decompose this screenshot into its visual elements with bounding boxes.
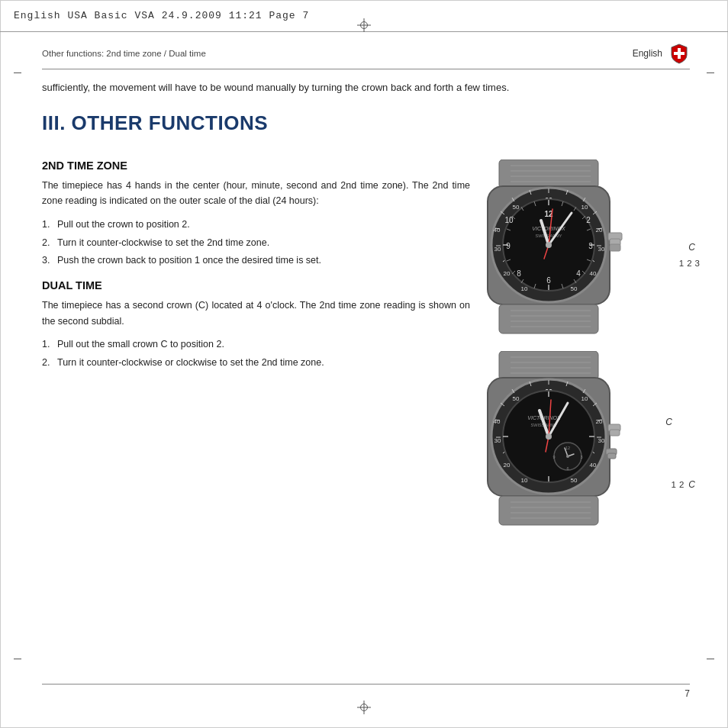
step-text: Turn it counter-clockwise to set the 2nd… <box>57 237 269 248</box>
svg-text:40: 40 <box>494 227 501 234</box>
pos-2-w2: 2 <box>679 480 684 489</box>
step-num: 2. <box>42 355 50 371</box>
language-label: English <box>633 48 662 59</box>
subtitle-2nd-time-zone: 2ND TIME ZONE <box>42 159 470 172</box>
svg-rect-141 <box>607 453 616 459</box>
position-numbers-2: 1 2 C <box>672 479 695 490</box>
svg-rect-142 <box>499 496 598 525</box>
svg-text:10: 10 <box>504 216 514 224</box>
watch-2-svg: 60 50 40 30 20 10 10 20 30 40 50 <box>472 351 633 527</box>
watch-1-svg: 60 50 40 30 20 10 10 20 30 40 50 <box>472 159 633 335</box>
svg-text:SWISS ARMY: SWISS ARMY <box>536 234 562 238</box>
svg-text:8: 8 <box>517 269 521 278</box>
crown-c-label-top: C <box>665 416 672 427</box>
svg-text:6: 6 <box>566 466 569 471</box>
pos-1-w2: 1 <box>672 480 676 489</box>
footer: 7 <box>42 684 690 699</box>
svg-rect-1 <box>674 52 685 55</box>
svg-point-137 <box>546 433 552 440</box>
svg-point-73 <box>546 242 552 248</box>
svg-text:50: 50 <box>571 477 578 484</box>
header-row: Other functions: 2nd time zone / Dual ti… <box>42 43 690 69</box>
svg-text:40: 40 <box>590 270 597 277</box>
svg-text:12: 12 <box>565 446 570 450</box>
top-bar-text: English USA Basic VSA 24.9.2009 11:21 Pa… <box>14 10 309 21</box>
body-dual-time: The timepiece has a second crown (C) loc… <box>42 298 470 329</box>
pos-2: 2 <box>687 259 691 268</box>
svg-text:9: 9 <box>506 242 511 250</box>
crosshair-top <box>357 18 371 32</box>
svg-text:10: 10 <box>521 285 528 292</box>
svg-rect-76 <box>610 244 620 251</box>
header-right: English <box>633 43 690 64</box>
svg-rect-82 <box>499 351 598 380</box>
step-num: 1. <box>42 337 50 353</box>
svg-text:2: 2 <box>586 216 591 224</box>
list-item: 2. Turn it counter-clockwise or clockwis… <box>42 355 470 371</box>
page-number: 7 <box>685 688 690 699</box>
two-column-layout: 2ND TIME ZONE The timepiece has 4 hands … <box>42 152 690 529</box>
svg-text:40: 40 <box>590 462 597 469</box>
side-mark-left-bottom <box>14 659 21 659</box>
svg-text:40: 40 <box>494 418 501 425</box>
pos-c-w2: C <box>688 479 695 490</box>
side-mark-left-top <box>14 72 21 73</box>
svg-text:20: 20 <box>596 227 603 234</box>
svg-text:9: 9 <box>552 455 555 459</box>
step-num: 2. <box>42 235 50 251</box>
svg-point-130 <box>566 455 569 458</box>
svg-text:30: 30 <box>598 246 605 253</box>
side-mark-right-top <box>707 72 714 73</box>
svg-text:30: 30 <box>494 437 501 444</box>
svg-rect-2 <box>499 159 598 188</box>
intro-paragraph: sufficiently, the movement will have to … <box>42 80 690 96</box>
body-2nd-time-zone: The timepiece has 4 hands in the center … <box>42 178 470 209</box>
svg-text:20: 20 <box>596 418 603 425</box>
svg-text:50: 50 <box>571 285 578 292</box>
svg-text:3: 3 <box>580 455 582 459</box>
steps-list-1: 1. Pull out the crown to position 2. 2. … <box>42 217 470 269</box>
step-text: Pull out the small crown C to position 2… <box>57 339 224 350</box>
steps-list-2: 1. Pull out the small crown C to positio… <box>42 337 470 370</box>
list-item: 1. Pull out the small crown C to positio… <box>42 337 470 353</box>
subtitle-dual-time: DUAL TIME <box>42 279 470 292</box>
step-num: 1. <box>42 217 50 233</box>
svg-rect-77 <box>499 304 598 333</box>
svg-text:3: 3 <box>588 242 593 250</box>
watch-2-container: 60 50 40 30 20 10 10 20 30 40 50 <box>472 351 656 529</box>
svg-text:20: 20 <box>504 270 511 277</box>
breadcrumb: Other functions: 2nd time zone / Dual ti… <box>42 49 206 58</box>
step-text: Push the crown back to position 1 once t… <box>57 255 321 266</box>
pos-1: 1 <box>679 259 684 268</box>
svg-text:20: 20 <box>504 462 511 469</box>
crown-c-top-text: C <box>665 417 672 427</box>
svg-text:6: 6 <box>546 276 551 285</box>
crown-pos-labels-1: C <box>688 242 695 253</box>
list-item: 2. Turn it counter-clockwise to set the … <box>42 235 470 251</box>
svg-rect-139 <box>610 430 620 436</box>
svg-text:10: 10 <box>581 395 588 402</box>
svg-text:4: 4 <box>576 269 581 278</box>
list-item: 3. Push the crown back to position 1 onc… <box>42 253 470 269</box>
crosshair-bottom <box>357 701 371 714</box>
crown-label-c: C <box>688 242 695 253</box>
image-column: 60 50 40 30 20 10 10 20 30 40 50 <box>484 152 690 529</box>
svg-text:10: 10 <box>581 204 588 211</box>
section-title: III. OTHER FUNCTIONS <box>42 111 690 135</box>
step-text: Pull out the crown to position 2. <box>57 219 190 230</box>
svg-text:30: 30 <box>598 437 605 444</box>
side-mark-right-bottom <box>707 659 714 659</box>
step-num: 3. <box>42 253 50 269</box>
step-text: Turn it counter-clockwise or clockwise t… <box>57 357 324 368</box>
content-area: Other functions: 2nd time zone / Dual ti… <box>42 43 690 686</box>
list-item: 1. Pull out the crown to position 2. <box>42 217 470 233</box>
watch-1-container: 60 50 40 30 20 10 10 20 30 40 50 <box>472 159 656 337</box>
pos-3: 3 <box>695 259 700 268</box>
text-column: 2ND TIME ZONE The timepiece has 4 hands … <box>42 152 470 529</box>
position-numbers-1: 1 2 3 <box>679 259 700 268</box>
svg-text:10: 10 <box>521 477 528 484</box>
svg-text:30: 30 <box>494 246 501 253</box>
swiss-shield-icon <box>668 43 690 64</box>
